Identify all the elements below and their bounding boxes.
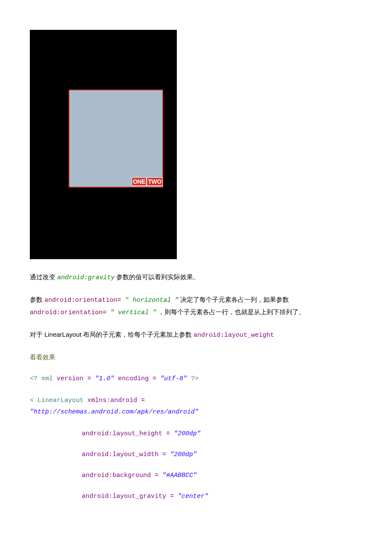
attr-val: "200dp": [170, 451, 197, 458]
xml-attr-width: android:layout_width = "200dp": [30, 449, 362, 460]
attr-key: android:layout_width =: [82, 451, 170, 458]
xml-open: <?: [30, 375, 41, 382]
xml-open: <: [30, 397, 37, 404]
layout-preview-container: ONETWO: [69, 90, 163, 188]
badge-two: TWO: [147, 177, 163, 186]
layout-preview-device: ONETWO: [30, 30, 177, 259]
xml-close: ?>: [187, 375, 199, 382]
xml-declaration: <? xml version = "1.0" encoding = "utf-8…: [30, 373, 362, 384]
xml-attr: encoding =: [114, 375, 160, 382]
attr-val: "#AABBCC": [162, 472, 197, 479]
xml-attr-background: android:background = "#AABBCC": [30, 470, 362, 481]
code-val: " horizontal ": [125, 297, 179, 304]
paragraph-orientation: 参数 android:orientation= " horizontal " 决…: [30, 294, 362, 318]
xml-val: "1.0": [95, 375, 114, 382]
xml-tagname: LinearLayout: [37, 397, 84, 404]
attr-val: "200dp": [174, 430, 201, 437]
code-attr: android:layout_weight: [193, 332, 274, 339]
xml-namespace: "http://schemas.android.com/apk/res/andr…: [30, 408, 199, 416]
code-attr: android:orientation=: [44, 297, 125, 304]
code-val: " vertical ": [110, 309, 156, 316]
attr-key: android:layout_height =: [82, 430, 174, 437]
preview-badges: ONETWO: [132, 176, 163, 187]
text: 参数的值可以看到实际效果。: [115, 273, 199, 280]
xml-val: "utf-8": [160, 375, 187, 382]
xml-attr-height: android:layout_height = "200dp": [30, 428, 362, 439]
badge-one: ONE: [132, 177, 147, 186]
text: 通过改变: [30, 273, 57, 280]
xml-linearlayout-open: < LinearLayout xmlns:android = "http://s…: [30, 395, 362, 418]
text: ，则每个子元素各占一行，也就是从上到下排列了。: [156, 308, 305, 315]
attr-key: android:layout_gravity =: [82, 493, 178, 500]
xml-name: xml: [41, 375, 53, 382]
text: 决定了每个子元素各占一列，如果参数: [179, 296, 289, 303]
code-attr: android:orientation=: [30, 309, 110, 316]
section-heading: 看看效果: [30, 351, 362, 363]
xml-attr: xmlns:android =: [84, 397, 145, 404]
xml-attr: version =: [53, 375, 95, 382]
paragraph-weight: 对于 LinearLayout 布局的子元素，给每个子元素加上参数 androi…: [30, 329, 362, 341]
text: 对于 LinearLayout 布局的子元素，给每个子元素加上参数: [30, 331, 193, 338]
code-gravity: android:gravity: [57, 274, 115, 281]
paragraph-gravity: 通过改变 android:gravity 参数的值可以看到实际效果。: [30, 271, 362, 283]
text: 参数: [30, 296, 44, 303]
attr-val: "center": [178, 493, 208, 500]
xml-attr-layout-gravity: android:layout_gravity = "center": [30, 491, 362, 502]
attr-key: android:background =: [82, 472, 162, 479]
